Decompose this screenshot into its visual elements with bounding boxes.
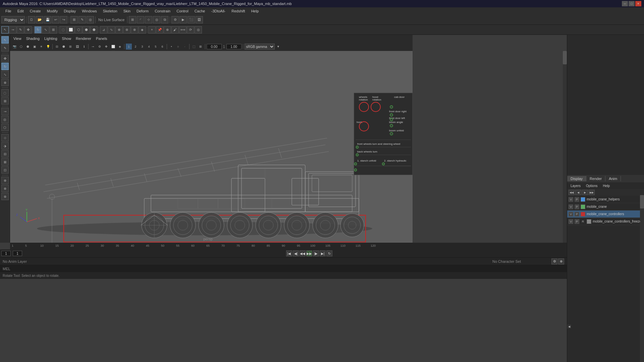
smooth-button[interactable]: ⬢: [83, 26, 90, 34]
vp-cam-fit[interactable]: ⊞: [198, 44, 204, 50]
start-frame-input[interactable]: [1, 251, 11, 256]
vp-value2-input[interactable]: [226, 44, 241, 49]
redo-button[interactable]: ↪: [60, 16, 67, 23]
layer-v-controllers[interactable]: V: [569, 212, 573, 217]
vp-dot[interactable]: ·: [182, 44, 188, 50]
menu-windows[interactable]: Windows: [79, 8, 100, 14]
select-tool-button[interactable]: ↖: [1, 26, 9, 34]
vp-heads-up[interactable]: ℹ: [81, 44, 87, 50]
quick-select-set[interactable]: ⊸: [1, 108, 9, 115]
main-scrollbar-thumb[interactable]: [563, 51, 567, 64]
orient-joint-button[interactable]: ⊕: [115, 26, 123, 34]
layer-tab-render[interactable]: Render: [586, 176, 605, 181]
vp-value1-input[interactable]: [207, 44, 222, 49]
layer-nav-right[interactable]: ▶: [582, 190, 588, 195]
vp-image-plane[interactable]: 🖼: [74, 44, 80, 50]
menu-edit[interactable]: Edit: [15, 8, 26, 14]
soft-select-tool[interactable]: ◌: [1, 89, 9, 97]
layer-nav-left[interactable]: ◀: [575, 190, 581, 195]
layer-p-controllers[interactable]: P: [575, 212, 579, 217]
universal-manipulator[interactable]: ⊕: [1, 79, 9, 86]
vp-smooth-shade[interactable]: ⬢: [25, 44, 31, 50]
play-back-button[interactable]: ◀◀: [300, 250, 306, 256]
layer-p-helpers[interactable]: P: [575, 197, 579, 202]
menu-control[interactable]: Control: [174, 8, 191, 14]
isolate-select[interactable]: ◎: [1, 116, 9, 123]
menu-cache[interactable]: Cache: [192, 8, 208, 14]
vp-show-grid[interactable]: ⊞: [67, 44, 73, 50]
layer-scrollbar-thumb[interactable]: [640, 195, 644, 208]
layer-name-helpers[interactable]: mobile_crane_helpers: [587, 197, 643, 201]
vp-gamma-toggle[interactable]: ▼: [275, 44, 281, 50]
vp-shade-toggle-1[interactable]: 1: [126, 44, 132, 50]
soft-select-button[interactable]: ◌: [59, 26, 67, 34]
layer-r-freeze[interactable]: R: [581, 220, 585, 223]
menu-skeleton[interactable]: Skeleton: [100, 8, 120, 14]
vp-menu-renderer[interactable]: Renderer: [74, 36, 93, 41]
wireframe-button[interactable]: ⬡: [75, 26, 82, 34]
vp-cam-settings[interactable]: ⚙: [97, 44, 103, 50]
layer-scrollbar[interactable]: [640, 195, 644, 362]
go-to-end-button[interactable]: ▶|: [320, 250, 326, 256]
snap-curve-button[interactable]: ◜: [137, 16, 144, 23]
menu-3dtoall[interactable]: -3DtoAll-: [208, 8, 228, 14]
show-render-button[interactable]: 🖼: [196, 16, 203, 23]
component-editor[interactable]: ⊹: [1, 134, 9, 141]
scale-tool-button[interactable]: ⤡: [42, 26, 49, 34]
layer-p-crane[interactable]: P: [575, 204, 579, 209]
vp-use-scene-lights[interactable]: 💡: [45, 44, 51, 50]
vp-menu-show[interactable]: Show: [60, 36, 73, 41]
undo-button[interactable]: ↩: [52, 16, 59, 23]
lasso-tool-button[interactable]: ⊸: [9, 26, 16, 34]
maximize-button[interactable]: □: [629, 1, 635, 6]
vp-save-image[interactable]: 📷: [11, 44, 17, 50]
play-forward-button[interactable]: ▶▶: [306, 250, 312, 256]
subtab-options[interactable]: Options: [584, 184, 599, 188]
vp-frame-select[interactable]: ⬚: [191, 44, 197, 50]
layer-color-helpers[interactable]: [581, 197, 585, 202]
pin-button[interactable]: 📌: [156, 26, 163, 34]
normalize-skin-button[interactable]: ⟳: [187, 26, 194, 34]
rotate-manipulator[interactable]: ↻: [1, 63, 9, 70]
vp-shade-toggle-2[interactable]: 2: [132, 44, 139, 50]
layer-tab-anim[interactable]: Anim: [605, 176, 621, 181]
move-manipulator[interactable]: ✤: [1, 55, 9, 62]
snap-grid-button[interactable]: ⊞: [129, 16, 136, 23]
layer-color-crane[interactable]: [581, 204, 585, 209]
gimbal-button[interactable]: ⊕: [164, 26, 171, 34]
snap-view-button[interactable]: ⧉: [161, 16, 168, 23]
scale-manipulator[interactable]: ⤡: [1, 71, 9, 78]
save-scene-button[interactable]: 💾: [44, 16, 51, 23]
render-button[interactable]: ▶: [179, 16, 187, 23]
menu-create[interactable]: Create: [27, 8, 44, 14]
layer-name-freeze[interactable]: mobile_crane_controllers_freeze: [593, 220, 643, 223]
menu-display[interactable]: Display: [61, 8, 78, 14]
layer-name-crane[interactable]: mobile_crane: [587, 205, 643, 208]
close-button[interactable]: ✕: [635, 1, 641, 6]
shape-editor[interactable]: ⊟: [1, 150, 9, 158]
char-set-btn-1[interactable]: ⚙: [551, 258, 557, 264]
step-back-button[interactable]: ◀|: [293, 250, 299, 256]
menu-help[interactable]: Help: [249, 8, 262, 14]
vp-use-default-light[interactable]: ☀: [38, 44, 44, 50]
mel-input[interactable]: [14, 267, 641, 271]
layer-v-helpers[interactable]: V: [569, 197, 573, 202]
universal-manip-button[interactable]: ⊞: [50, 26, 57, 34]
layer-tab-display[interactable]: Display: [567, 176, 586, 181]
3d-viewport[interactable]: wheels rotation hood rotation cab door f…: [10, 51, 413, 243]
mode-dropdown[interactable]: Rigging: [1, 16, 25, 23]
layer-p-freeze[interactable]: P: [575, 219, 579, 224]
vp-isolate[interactable]: ⊟: [54, 44, 60, 50]
ipr-render-button[interactable]: ⬛: [187, 16, 195, 23]
loop-button[interactable]: ↻: [326, 250, 332, 256]
show-influences-button[interactable]: ◎: [195, 26, 202, 34]
select-mode-button[interactable]: ⊞: [70, 16, 78, 23]
vp-shade-toggle-5[interactable]: 5: [153, 44, 159, 50]
vp-gamma-select[interactable]: sRGB gamma: [245, 44, 275, 50]
menu-constrain[interactable]: Constrain: [152, 8, 173, 14]
char-set-btn-2[interactable]: ⊕: [558, 258, 564, 264]
vp-resolution-gate[interactable]: ⬜: [110, 44, 116, 50]
graph-editor[interactable]: ⬗: [1, 142, 9, 149]
plus-button[interactable]: +: [148, 26, 156, 34]
paint-select-button[interactable]: ✎: [78, 16, 86, 23]
